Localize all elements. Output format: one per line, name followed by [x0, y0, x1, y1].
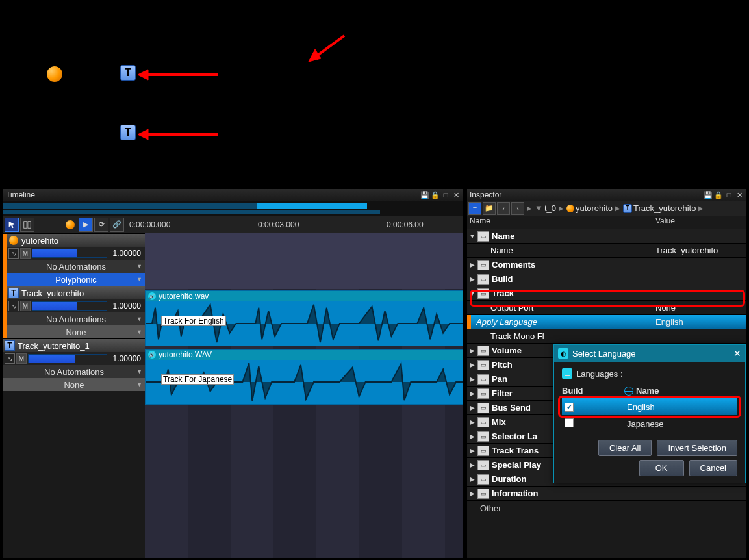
svg-rect-7 [28, 221, 31, 228]
mode-dropdown[interactable]: None▼ [7, 325, 145, 338]
audio-clip[interactable]: 🔊 yutorehito.wav Track For English [145, 290, 463, 346]
languages-icon: ☰ [562, 368, 572, 379]
ok-button[interactable]: OK [639, 460, 684, 476]
dialog-icon: ◐ [558, 348, 568, 359]
dialog-titlebar[interactable]: ◐ Select Language ✕ [554, 345, 745, 362]
inspector-section[interactable]: ▶▭Information [467, 487, 746, 501]
back-button[interactable]: ‹ [497, 202, 510, 215]
track-type-icon: T [8, 288, 19, 298]
save-icon[interactable]: 💾 [420, 190, 429, 199]
globe-icon [624, 387, 633, 396]
track-type-icon: T [120, 65, 136, 81]
maximize-icon[interactable]: □ [724, 190, 733, 199]
clear-all-button[interactable]: Clear All [598, 440, 652, 456]
audio-icon: 🔊 [148, 292, 156, 300]
orange-ball-icon [47, 66, 62, 82]
wave-icon[interactable]: ∿ [8, 301, 19, 311]
volume-slider[interactable] [32, 301, 107, 311]
breadcrumb-item[interactable]: yutorehito [566, 203, 613, 213]
wave-icon[interactable]: ∿ [8, 248, 19, 259]
mode-dropdown[interactable]: Polyphonic▼ [7, 273, 145, 286]
dialog-heading: Languages : [576, 369, 623, 379]
automation-dropdown[interactable]: No Automations▼ [3, 365, 145, 378]
lock-icon[interactable]: 🔒 [714, 190, 723, 199]
inspector-other: Other [467, 501, 746, 515]
list-button[interactable]: ≡ [468, 202, 481, 215]
language-name: English [624, 402, 737, 412]
maximize-icon[interactable]: □ [441, 190, 450, 199]
mode-dropdown[interactable]: None▼ [3, 378, 145, 391]
svg-marker-5 [309, 49, 321, 62]
mute-button[interactable]: M [20, 248, 31, 259]
svg-marker-3 [138, 129, 148, 140]
clip-label: Track For Japanese [161, 374, 234, 385]
orange-ball-icon [8, 235, 19, 246]
folder-button[interactable]: 📁 [483, 202, 496, 215]
save-icon[interactable]: 💾 [704, 190, 713, 199]
timeline-overview[interactable] [3, 201, 463, 216]
wave-icon[interactable]: ∿ [5, 353, 15, 364]
automation-dropdown[interactable]: No Automations▼ [7, 260, 145, 273]
language-name: Japanese [624, 419, 737, 429]
record-icon[interactable] [63, 218, 77, 232]
track-name: Track_yutorehito_1 [16, 341, 144, 351]
mute-button[interactable]: M [20, 301, 31, 311]
annotation-arrow [305, 32, 351, 65]
clip-label: Track For English [161, 316, 226, 326]
volume-value: 1.00000 [108, 249, 144, 258]
inspector-columns: Name Value [467, 216, 746, 229]
snap-tool-button[interactable] [20, 218, 34, 232]
timeline-ruler[interactable]: 0:00:00.000 0:00:03.000 0:00:06.00 [125, 218, 462, 232]
track-header[interactable]: yutorehito ∿ M 1.00000 No Automations▼ P… [3, 233, 145, 286]
svg-rect-6 [24, 221, 27, 228]
inspector-property[interactable]: Apply LanguageEnglish [467, 315, 746, 329]
inspector-section[interactable]: ▶▭Comments [467, 258, 746, 272]
svg-marker-1 [138, 70, 148, 80]
play-button[interactable]: ▶ [79, 218, 93, 232]
volume-slider[interactable] [28, 354, 107, 363]
inspector-section[interactable]: ▼▭Track [467, 286, 746, 301]
mute-button[interactable]: M [16, 353, 27, 364]
language-row[interactable]: ✔ English [562, 398, 737, 415]
dialog-title: Select Language [572, 349, 636, 359]
volume-slider[interactable] [32, 249, 107, 258]
timeline-header: Timeline 💾 🔒 □ ✕ [3, 189, 463, 201]
audio-clip[interactable]: 🔊 yutorehito.WAV Track For Japanese [145, 349, 463, 405]
invert-selection-button[interactable]: Invert Selection [657, 440, 737, 456]
inspector-property[interactable]: Track Mono Fl [467, 329, 746, 344]
close-icon[interactable]: ✕ [733, 348, 741, 359]
inspector-property[interactable]: Output PortNone [467, 301, 746, 315]
timeline-toolbar: ▶ ⟳ 🔗 0:00:00.000 0:00:03.000 0:00:06.00 [3, 216, 463, 233]
inspector-section[interactable]: ▶▭Build [467, 272, 746, 286]
inspector-title: Inspector [470, 190, 501, 199]
track-name: yutorehito [20, 236, 144, 246]
volume-value: 1.00000 [108, 354, 144, 363]
inspector-header: Inspector 💾 🔒 □ ✕ [467, 189, 746, 201]
forward-button[interactable]: › [511, 202, 524, 215]
volume-value: 1.00000 [108, 301, 144, 311]
loop-button[interactable]: ⟳ [94, 218, 108, 232]
close-icon[interactable]: ✕ [735, 190, 744, 199]
lock-icon[interactable]: 🔒 [431, 190, 440, 199]
language-row[interactable]: Japanese [562, 415, 737, 432]
language-checkbox[interactable] [565, 418, 574, 427]
track-name: Track_yutorehito [20, 288, 144, 298]
breadcrumb: ≡ 📁 ‹ › ▶ ▼ t_0 ▶ yutorehito ▶ T Track_y… [467, 201, 746, 216]
track-header[interactable]: T Track_yutorehito_1 ∿ M 1.00000 No Auto… [3, 338, 145, 391]
inspector-property[interactable]: NameTrack_yutorehito [467, 244, 746, 258]
audio-icon: 🔊 [148, 351, 156, 359]
track-area[interactable]: 🔊 yutorehito.wav Track For English 🔊 yut… [145, 233, 463, 558]
link-button[interactable]: 🔗 [110, 218, 124, 232]
language-table-header: Build Name [562, 384, 737, 398]
close-icon[interactable]: ✕ [451, 190, 461, 199]
cancel-button[interactable]: Cancel [689, 460, 737, 476]
track-type-icon: T [120, 125, 136, 140]
automation-dropdown[interactable]: No Automations▼ [7, 312, 145, 325]
breadcrumb-item[interactable]: T Track_yutorehito [623, 203, 696, 213]
pointer-tool-button[interactable] [5, 218, 19, 232]
language-checkbox[interactable]: ✔ [565, 403, 574, 412]
timeline-title: Timeline [6, 190, 35, 199]
breadcrumb-item[interactable]: ▼ t_0 [535, 203, 556, 213]
track-header[interactable]: T Track_yutorehito ∿ M 1.00000 No Automa… [3, 286, 145, 338]
inspector-section[interactable]: ▼▭Name [467, 229, 746, 244]
